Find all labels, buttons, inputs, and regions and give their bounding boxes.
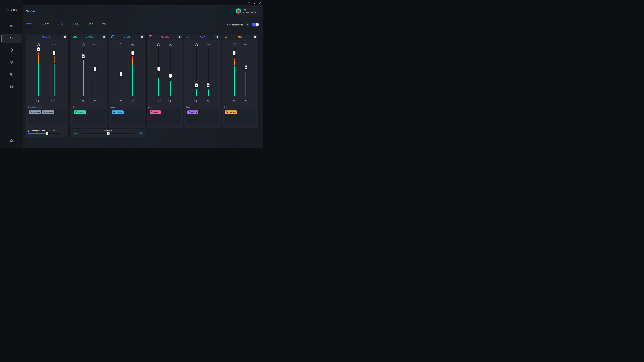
apps-box: Discord (110, 109, 144, 125)
app-chip-valorant[interactable]: Valorant (29, 110, 41, 114)
sliders-area (109, 40, 145, 105)
tab-aux[interactable]: Aux (88, 22, 93, 27)
master-stream-volume-track[interactable] (54, 48, 54, 96)
mic-headphones-mute-button[interactable] (232, 99, 236, 103)
mic-muted-icon (226, 111, 228, 113)
mic-stream-volume-handle[interactable] (245, 65, 247, 69)
game-headphones-mute-button[interactable] (81, 99, 85, 103)
minimize-button[interactable] (246, 0, 252, 5)
app-chip-discord[interactable]: Discord (225, 110, 237, 114)
device-volume-handle[interactable] (46, 132, 48, 135)
chat-stream-volume-handle[interactable] (132, 51, 134, 55)
close-button[interactable] (257, 0, 263, 5)
aux-stream-mute-button[interactable] (206, 99, 210, 103)
tab-mixer[interactable]: Mixer (26, 22, 32, 27)
device-mute-button[interactable] (63, 130, 67, 134)
channel-settings-button[interactable] (63, 34, 67, 39)
sliders-area (222, 40, 258, 105)
aux-headphones-mute-button[interactable] (194, 99, 198, 103)
app-chip-valorant[interactable]: Valorant (42, 110, 54, 114)
game-stream-volume-track[interactable] (94, 48, 96, 96)
mic-headphones-volume-handle[interactable] (233, 51, 236, 55)
channel-settings-button[interactable] (140, 34, 144, 39)
master-listen-button[interactable] (54, 99, 58, 103)
master-stream-volume-handle[interactable] (53, 51, 55, 55)
steelseries-logo-icon (6, 8, 10, 13)
mic-headphones-volume-track[interactable] (234, 48, 234, 96)
streamer-mode-toggle[interactable] (252, 23, 259, 26)
sidebar-item-hardware[interactable] (0, 70, 23, 79)
media-headphones-volume-track[interactable] (158, 48, 159, 96)
sidebar-item-engine[interactable] (0, 46, 23, 55)
channel-settings-button[interactable] (102, 34, 106, 39)
headphones-icon (157, 43, 160, 47)
sidebar-item-home[interactable] (0, 22, 23, 31)
app-chip-discord[interactable]: Discord (112, 110, 124, 114)
toggle-knob (256, 23, 259, 26)
master-headphones-mute-button[interactable] (36, 99, 40, 103)
master-headphones-volume-track[interactable] (38, 48, 39, 96)
mic-stream-mute-button[interactable] (244, 99, 248, 103)
channel-chat: CHATAppsDiscord (109, 33, 145, 128)
media-stream-mute-button[interactable] (168, 99, 172, 103)
tab-chat[interactable]: Chat (58, 22, 63, 27)
chat-headphones-volume-handle[interactable] (120, 72, 122, 76)
game-stream-mute-button[interactable] (93, 99, 97, 103)
media-stream-volume-track[interactable] (170, 48, 171, 96)
gear-icon (10, 139, 13, 143)
chip-icon (10, 72, 14, 77)
media-headphones-mute-button[interactable] (157, 99, 161, 103)
chatmix-handle[interactable] (107, 132, 110, 135)
sidebar-item-settings[interactable] (0, 139, 23, 143)
headphones-icon (119, 43, 123, 47)
meter-segment-green (208, 89, 209, 96)
chat-stream-volume-track[interactable] (132, 48, 133, 96)
gear-icon (64, 36, 66, 38)
mic-muted-icon (43, 111, 45, 113)
aux-stream-volume-track[interactable] (208, 48, 209, 96)
mic-stream-volume-track[interactable] (246, 48, 246, 96)
sidebar-item-sonar[interactable] (1, 34, 22, 43)
aux-stream-volume-handle[interactable] (207, 83, 210, 87)
chatmix-track[interactable] (81, 133, 136, 134)
home-icon (10, 24, 14, 29)
sidebar-item-giveaways[interactable] (0, 82, 23, 91)
gg-logo: GG (0, 0, 23, 13)
account-chip[interactable]: Kitty Account settings (235, 8, 259, 14)
aux-headphones-volume-track[interactable] (196, 48, 197, 96)
tab-game[interactable]: Game (42, 22, 49, 27)
tab-media[interactable]: Media (72, 22, 79, 27)
aux-headphones-volume-handle[interactable] (195, 83, 198, 87)
game-headphones-volume-handle[interactable] (82, 54, 84, 58)
speaker-icon (132, 99, 134, 102)
app-chip-spotify[interactable]: Spotify (150, 110, 161, 114)
master-stream-mute-button[interactable] (50, 99, 54, 103)
apps-box: Firefox (186, 109, 219, 125)
streamer-mode-label: Streamer mode (227, 23, 243, 26)
media-stream-volume-handle[interactable] (169, 74, 172, 78)
chat-stream-mute-button[interactable] (131, 99, 135, 103)
device-volume-track[interactable] (28, 133, 62, 134)
account-settings-link[interactable]: Account settings (242, 11, 256, 13)
meter-segment-orange (132, 59, 133, 65)
gear-icon (254, 36, 256, 38)
gear-icon (141, 36, 143, 38)
info-icon[interactable]: i (245, 22, 250, 27)
sidebar-item-moments[interactable] (0, 58, 23, 67)
game-stream-volume-handle[interactable] (94, 67, 96, 71)
app-chip-fortnite[interactable]: Fortnite (74, 110, 86, 114)
maximize-button[interactable] (252, 0, 257, 5)
app-chip-firefox[interactable]: Firefox (187, 110, 198, 114)
app-window: GG Sonar Kitty Account settings MixerGam… (0, 0, 263, 148)
media-headphones-volume-handle[interactable] (158, 67, 160, 71)
channel-settings-button[interactable] (215, 34, 220, 39)
channel-settings-button[interactable] (177, 34, 182, 39)
apps-section: AppsDiscord (222, 105, 258, 127)
channel-settings-button[interactable] (253, 34, 257, 39)
ear-icon (55, 99, 58, 102)
master-headphones-volume-handle[interactable] (37, 47, 40, 51)
meter-segment-green (120, 78, 122, 96)
tab-mic[interactable]: Mic (102, 22, 106, 27)
meter-segment-green (83, 65, 84, 96)
chat-headphones-mute-button[interactable] (119, 99, 123, 103)
